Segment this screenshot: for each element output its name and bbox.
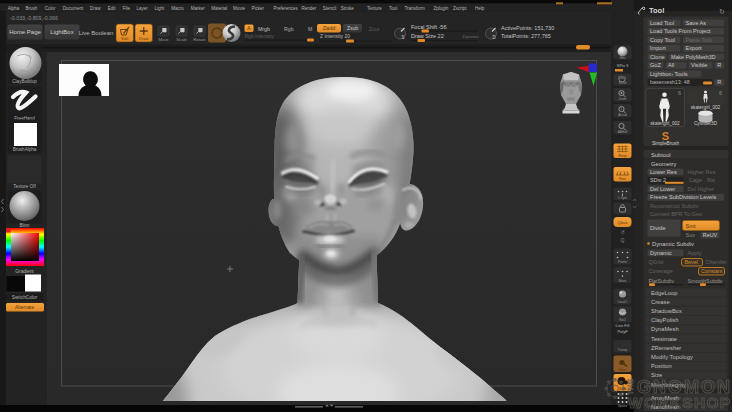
svg-text:Brush: Brush (26, 6, 38, 11)
svg-text:File: File (123, 6, 131, 11)
svg-text:Crease: Crease (651, 299, 670, 305)
svg-text:Draw: Draw (90, 6, 101, 11)
svg-text:Rgb: Rgb (284, 26, 294, 32)
svg-text:Load Tools From Project: Load Tools From Project (650, 28, 711, 34)
svg-text:Marker: Marker (191, 6, 206, 11)
svg-text:Copy Tool: Copy Tool (650, 37, 675, 43)
svg-text:Rst: Rst (707, 177, 716, 183)
svg-text:Del Lower: Del Lower (650, 186, 675, 192)
svg-text:Zscript: Zscript (453, 6, 467, 11)
svg-text:Dynamic Subdiv: Dynamic Subdiv (652, 241, 694, 247)
svg-text:↻: ↻ (719, 8, 725, 15)
svg-text:Alpha: Alpha (8, 6, 20, 11)
svg-text:BrushAlpha: BrushAlpha (13, 147, 37, 152)
svg-text:LightBox: LightBox (50, 29, 73, 35)
svg-text:SmoothSubdiv: SmoothSubdiv (688, 278, 723, 284)
svg-text:ClayPolish: ClayPolish (651, 317, 678, 323)
svg-text:Transp: Transp (618, 348, 628, 352)
svg-text:Apply: Apply (688, 250, 702, 256)
svg-text:Ghost: Ghost (618, 368, 626, 372)
svg-text:Edit: Edit (108, 6, 117, 11)
svg-text:Edit: Edit (121, 36, 129, 41)
svg-text:Layer: Layer (136, 6, 148, 11)
svg-text:Coverage: Coverage (649, 268, 673, 274)
svg-text:Mrgb: Mrgb (258, 26, 270, 32)
svg-text:Save As: Save As (686, 20, 707, 26)
svg-text:Light: Light (154, 6, 165, 11)
svg-text:Home Page: Home Page (9, 29, 41, 35)
svg-text:Freeze SubDivision Levels: Freeze SubDivision Levels (650, 194, 716, 200)
svg-text:Blinn: Blinn (19, 223, 30, 228)
svg-text:QGrid: QGrid (649, 259, 664, 265)
svg-text:Lower Res: Lower Res (650, 169, 677, 175)
svg-text:Move: Move (158, 37, 169, 42)
svg-text:Bevel: Bevel (685, 259, 699, 265)
svg-text:1: 1 (621, 107, 623, 111)
svg-text:Alternate: Alternate (15, 305, 35, 310)
svg-text:SwitchColor: SwitchColor (12, 295, 38, 300)
svg-text:Persp: Persp (618, 154, 626, 158)
svg-text:ReUV: ReUV (703, 232, 718, 238)
svg-text:Visible: Visible (691, 62, 707, 68)
svg-text:Suv: Suv (686, 232, 696, 238)
svg-text:Macro: Macro (171, 6, 184, 11)
svg-text:Tool: Tool (389, 6, 397, 11)
svg-text:skatergirl_002: skatergirl_002 (650, 121, 680, 126)
svg-text:Constant: Constant (701, 268, 723, 274)
svg-text:Smt: Smt (686, 223, 696, 229)
svg-text:Smt: Smt (620, 56, 626, 60)
svg-text:Dynamic: Dynamic (650, 250, 672, 256)
svg-text:Zplugin: Zplugin (434, 6, 449, 11)
svg-text:Zadd: Zadd (323, 25, 336, 31)
svg-text:Focal Shift -56: Focal Shift -56 (411, 24, 446, 30)
svg-text:Cylinder3D: Cylinder3D (694, 121, 718, 126)
svg-text:Stencil: Stencil (323, 6, 337, 11)
svg-text:Position: Position (651, 363, 672, 369)
svg-text:Actual: Actual (618, 113, 627, 117)
svg-text:Load Tool: Load Tool (650, 20, 674, 26)
svg-text:Qkvz: Qkvz (617, 220, 627, 225)
svg-text:Draw Size 22: Draw Size 22 (411, 33, 444, 39)
svg-text:Picker: Picker (252, 6, 265, 11)
svg-text:Zoom: Zoom (619, 97, 627, 101)
svg-text:Clone: Clone (650, 54, 665, 60)
svg-text:RotZ: RotZ (619, 318, 626, 322)
svg-text:ZRemesher: ZRemesher (651, 345, 681, 351)
svg-text:Higher Res: Higher Res (688, 169, 716, 175)
svg-text:Color: Color (45, 6, 56, 11)
svg-text:Geometry: Geometry (651, 161, 677, 167)
svg-text:Document: Document (63, 6, 84, 11)
svg-text:GoZ: GoZ (650, 62, 661, 68)
svg-text:↺: ↺ (620, 229, 624, 235)
svg-text:Export: Export (686, 45, 703, 51)
svg-text:L.Sym: L.Sym (618, 196, 627, 200)
svg-text:Zsub: Zsub (347, 25, 358, 31)
svg-text:Draw: Draw (139, 36, 150, 41)
svg-text:Movie: Movie (233, 6, 246, 11)
svg-text:Z Intensity 20: Z Intensity 20 (320, 33, 350, 39)
svg-text:M: M (308, 26, 312, 32)
svg-text:Xpose: Xpose (618, 404, 628, 408)
svg-text:Tessimate: Tessimate (651, 336, 677, 342)
svg-text:SPix 3: SPix 3 (617, 63, 629, 68)
svg-text:Dynamic: Dynamic (463, 34, 481, 39)
svg-text:S: S (402, 35, 405, 40)
svg-text:All: All (668, 62, 674, 68)
svg-text:Make PolyMesh3D: Make PolyMesh3D (671, 54, 716, 60)
svg-text:Tool: Tool (649, 6, 664, 15)
svg-text:Chamfer: Chamfer (706, 259, 727, 265)
svg-text:Zcut: Zcut (369, 26, 380, 32)
svg-text:Subtool: Subtool (651, 152, 671, 158)
svg-text:TotalPoints: 277,765: TotalPoints: 277,765 (501, 33, 551, 39)
svg-text:EdgeLoop: EdgeLoop (651, 290, 677, 296)
svg-text:Render: Render (302, 6, 317, 11)
svg-text:Line Fill: Line Fill (616, 323, 630, 328)
svg-text:Lightbox› Tools: Lightbox› Tools (650, 71, 688, 77)
svg-text:Import: Import (650, 45, 666, 51)
svg-text:LocalO: LocalO (618, 300, 628, 304)
svg-text:AAHalf: AAHalf (618, 130, 628, 134)
svg-text:basemesh13: 48: basemesh13: 48 (650, 79, 690, 85)
svg-text:SimpleBrush: SimpleBrush (652, 141, 680, 146)
svg-text:-0.033,-0.809,-0.066: -0.033,-0.809,-0.066 (10, 15, 58, 21)
svg-text:Modify Topology: Modify Topology (651, 354, 693, 360)
